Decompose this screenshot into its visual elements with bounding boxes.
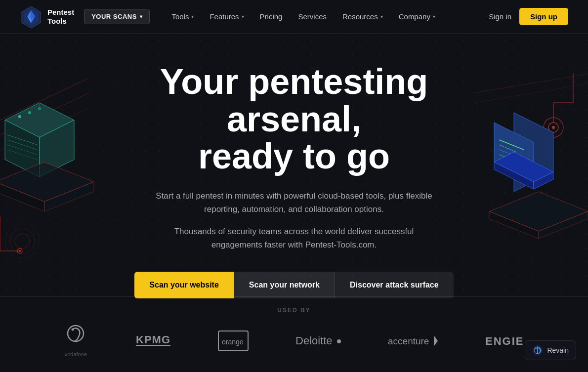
svg-point-27	[544, 118, 563, 137]
svg-marker-41	[489, 211, 539, 239]
sign-in-button[interactable]: Sign in	[489, 12, 511, 21]
svg-text:ENGIE: ENGIE	[485, 335, 524, 347]
nav-link-tools[interactable]: Tools ▾	[165, 8, 201, 25]
engie-logo: ENGIE	[483, 329, 527, 353]
navbar: PentestTools YOUR SCANS ▾ Tools ▾ Featur…	[0, 0, 588, 34]
svg-point-26	[5, 224, 40, 258]
kpmg-logo: KPMG	[133, 329, 173, 353]
svg-marker-38	[494, 162, 534, 189]
chevron-down-icon: ▾	[140, 14, 143, 19]
svg-marker-21	[44, 182, 94, 211]
svg-line-32	[499, 140, 524, 150]
svg-line-13	[7, 140, 37, 150]
hero-title: Your pentesting arsenal, ready to go	[101, 63, 487, 175]
svg-line-44	[474, 83, 588, 103]
svg-line-36	[499, 160, 523, 168]
svg-line-8	[0, 108, 89, 152]
svg-marker-30	[514, 113, 553, 192]
svg-point-28	[548, 123, 558, 132]
vodafone-logo: vodafone	[61, 325, 90, 357]
hero-sub2: Thousands of security teams across the w…	[151, 225, 437, 251]
svg-text:orange: orange	[222, 338, 244, 346]
svg-point-24	[15, 234, 30, 248]
svg-text:KPMG: KPMG	[136, 333, 170, 346]
chevron-down-icon: ▾	[191, 14, 194, 19]
orange-logo: orange	[216, 329, 251, 353]
svg-line-7	[0, 93, 89, 137]
svg-marker-10	[5, 120, 40, 177]
logo-link[interactable]: PentestTools	[20, 5, 74, 28]
svg-line-43	[474, 73, 588, 93]
scan-website-button[interactable]: Scan your website	[134, 272, 234, 298]
hero-subtitle: Start a full pentest in minutes with pow…	[151, 189, 437, 216]
svg-text:accenture: accenture	[388, 336, 429, 346]
svg-rect-48	[136, 345, 170, 346]
hero-section: Your pentesting arsenal, ready to go Sta…	[0, 34, 588, 372]
nav-link-company[interactable]: Company ▾	[392, 8, 442, 25]
svg-marker-20	[0, 182, 44, 211]
nav-actions: Sign in Sign up	[489, 8, 568, 25]
logo-text: PentestTools	[47, 8, 74, 26]
svg-line-15	[7, 150, 37, 160]
svg-marker-31	[494, 123, 534, 182]
revain-badge: Revain	[525, 340, 576, 360]
your-scans-button[interactable]: YOUR SCANS ▾	[84, 9, 150, 24]
svg-point-17	[28, 111, 31, 114]
svg-text:Deloitte: Deloitte	[295, 334, 333, 347]
svg-marker-54	[434, 335, 438, 346]
svg-point-52	[337, 339, 341, 343]
nav-link-features[interactable]: Features ▾	[203, 8, 251, 25]
svg-marker-39	[534, 172, 553, 189]
revain-label: Revain	[547, 346, 569, 354]
used-by-section: USED BY vodafone KPMG	[0, 296, 588, 372]
discover-attack-surface-button[interactable]: Discover attack surface	[335, 272, 454, 298]
svg-line-33	[499, 145, 516, 152]
svg-point-29	[552, 126, 555, 129]
svg-line-14	[7, 145, 37, 155]
svg-marker-19	[0, 162, 94, 202]
svg-line-34	[499, 150, 521, 158]
nav-link-pricing[interactable]: Pricing	[253, 8, 290, 25]
chevron-down-icon: ▾	[433, 14, 435, 19]
svg-marker-9	[5, 103, 74, 137]
nav-link-resources[interactable]: Resources ▾	[336, 8, 390, 25]
cta-buttons: Scan your website Scan your network Disc…	[134, 272, 453, 298]
svg-line-35	[499, 155, 514, 160]
chevron-down-icon: ▾	[242, 14, 244, 19]
svg-marker-42	[539, 211, 588, 239]
svg-point-23	[19, 250, 21, 252]
right-decoration	[474, 63, 588, 271]
left-decoration	[0, 63, 99, 271]
your-scans-label: YOUR SCANS	[91, 13, 137, 20]
nav-links: Tools ▾ Features ▾ Pricing Services Reso…	[165, 8, 489, 25]
revain-icon	[532, 345, 543, 356]
used-by-label: USED BY	[40, 307, 548, 314]
scan-network-button[interactable]: Scan your network	[234, 272, 335, 298]
accenture-logo: accenture	[385, 329, 440, 353]
svg-marker-37	[494, 152, 553, 182]
svg-point-25	[10, 229, 35, 253]
brand-logos: vodafone KPMG orange Deloitte	[40, 325, 548, 357]
svg-line-6	[0, 78, 89, 123]
chevron-down-icon: ▾	[380, 14, 383, 19]
sign-up-button[interactable]: Sign up	[519, 8, 568, 25]
svg-point-18	[38, 107, 41, 110]
deloitte-logo: Deloitte	[293, 329, 342, 353]
svg-marker-11	[40, 120, 74, 177]
svg-point-46	[72, 329, 74, 331]
svg-line-12	[7, 135, 37, 145]
nav-link-services[interactable]: Services	[291, 8, 334, 25]
svg-point-16	[18, 115, 21, 118]
svg-point-22	[17, 248, 22, 253]
svg-marker-40	[489, 192, 588, 231]
